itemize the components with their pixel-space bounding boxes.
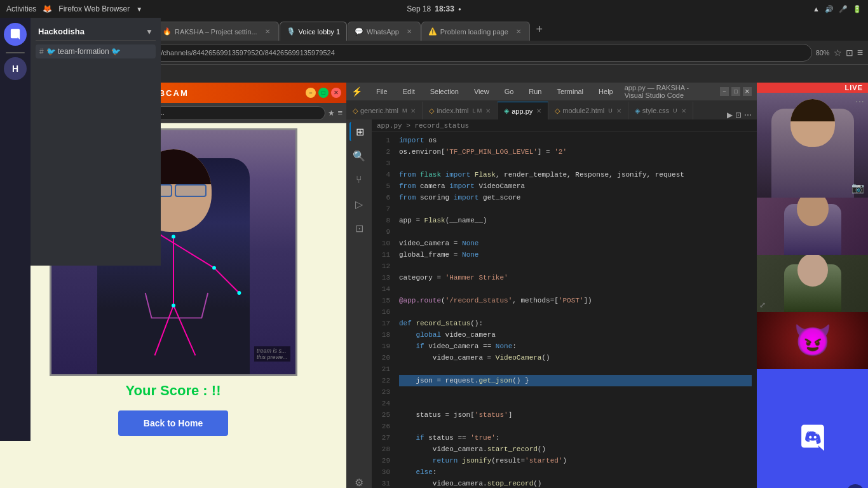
dot-icon: ● [458, 6, 461, 12]
menu-edit[interactable]: Edit [399, 86, 419, 97]
menu-help[interactable]: Help [595, 86, 617, 97]
search-icon[interactable]: 🔍 [349, 146, 369, 165]
stream-info-label: tream is s... this previe... [254, 346, 290, 362]
tab-x-3[interactable]: ✕ [536, 107, 541, 114]
webcam-minimize-button[interactable]: − [306, 88, 316, 98]
mute-button[interactable]: 🔇 [846, 484, 864, 488]
extensions-icon[interactable]: ⊡ [349, 219, 369, 238]
svg-line-10 [173, 306, 195, 356]
discord-mute-area: 🔇 [846, 484, 864, 488]
tab-label-generic: generic.html [360, 107, 398, 114]
menu-run[interactable]: Run [525, 86, 545, 97]
line-numbers: 12345 678910 1112131415 1617181920 21222… [372, 132, 394, 488]
vscode-menubar: ⚡ File Edit Selection View Go Run Termin… [346, 83, 757, 100]
menu-file[interactable]: File [372, 86, 391, 97]
activities-btn[interactable]: Activities [6, 4, 36, 13]
vscode-maximize[interactable]: □ [731, 87, 740, 96]
menu-selection[interactable]: Selection [426, 86, 463, 97]
debug-icon[interactable]: ▷ [349, 194, 369, 214]
tab-index-html[interactable]: ◇ index.html L M ✕ [423, 102, 498, 119]
bookmark-icon[interactable]: ☆ [834, 48, 842, 58]
menu-icon[interactable]: ≡ [857, 47, 863, 58]
more-actions-icon[interactable]: ⋯ [744, 111, 752, 119]
explorer-icon[interactable]: ⊞ [349, 122, 369, 141]
vscode-editor: ⊞ 🔍 ⑂ ▷ ⊡ ⚙ app.py > record_status 12345 [346, 119, 757, 488]
discord-channel-panel: Hackodisha ▼ # 🐦 team-formation 🐦 [31, 18, 161, 266]
tab-generic-html[interactable]: ◇ generic.html M ✕ [346, 102, 423, 119]
browser-name-label: Firefox Web Browser [58, 4, 130, 13]
webcam-maximize-button[interactable]: □ [318, 88, 329, 98]
tab-label-3: Voice lobby 1 [299, 28, 340, 36]
emoji-avatar: 😈 [794, 323, 832, 358]
server-name: Hackodisha [38, 27, 85, 36]
vscode-close[interactable]: ✕ [743, 87, 752, 96]
code-content[interactable]: import os os.environ['TF_CPP_MIN_LOG_LEV… [394, 132, 757, 488]
os-topbar: Activities 🦊 Firefox Web Browser ▼ Sep 1… [0, 0, 868, 18]
tab-x-4[interactable]: ✕ [616, 107, 621, 114]
discord-channel-item[interactable]: # 🐦 team-formation 🐦 [36, 44, 156, 58]
tab-app-py[interactable]: ◈ app.py ✕ [498, 102, 548, 119]
back-to-home-button[interactable]: Back to Home [118, 410, 228, 436]
tab-x-5[interactable]: ✕ [681, 107, 686, 114]
tab-favicon-5: ⚠️ [428, 27, 437, 36]
tab-voicelobby[interactable]: 🎙️ Voice lobby 1 [280, 22, 347, 41]
tab-badge-2: L M [473, 107, 482, 114]
webcam-menu-icon[interactable]: ≡ [337, 108, 342, 118]
menu-go[interactable]: Go [501, 86, 518, 97]
chevron-down-icon: ▼ [136, 6, 142, 13]
tab-favicon-2: 🔥 [163, 27, 172, 36]
breadcrumb: app.py > record_status [372, 119, 757, 132]
server-h-icon[interactable]: H [4, 57, 27, 80]
tab-label-index: index.html [437, 107, 468, 114]
vscode-window-title: app.py — RAKSHA - Visual Studio Code [625, 84, 707, 99]
discord-home-icon[interactable] [4, 23, 27, 46]
webcam-close-button-2[interactable]: ✕ [331, 88, 341, 98]
battery-icon[interactable]: 🔋 [853, 5, 862, 13]
tab-module2-html[interactable]: ◇ module2.html U ✕ [548, 102, 628, 119]
tab-badge-1: M [402, 107, 407, 114]
tab-problem[interactable]: ⚠️ Problem loading page ✕ [421, 22, 530, 41]
python-icon: ◈ [504, 107, 509, 115]
svg-line-8 [214, 268, 239, 293]
vscode-panel: ⚡ File Edit Selection View Go Run Termin… [346, 83, 757, 488]
menu-terminal[interactable]: Terminal [553, 86, 588, 97]
tab-label-app: app.py [512, 107, 532, 115]
run-icon[interactable]: ▶ [727, 111, 733, 119]
server-chevron[interactable]: ▼ [146, 27, 153, 36]
tab-close-5[interactable]: ✕ [514, 27, 523, 36]
discord-panel: LIVE 📷 ⋯ [757, 83, 868, 488]
tab-close-4[interactable]: ✕ [405, 27, 414, 36]
tab-x-2[interactable]: ✕ [485, 107, 491, 114]
address-bar[interactable]: 🔒 https://discord.com/channels/844265699… [81, 44, 812, 62]
sidebar-divider [6, 52, 25, 53]
volume-icon[interactable]: 🔊 [825, 5, 834, 13]
tab-close-2[interactable]: ✕ [263, 27, 272, 36]
split-editor-icon[interactable]: ⊡ [735, 111, 742, 119]
discord-video-tile-1 [757, 198, 868, 255]
vscode-tabs: ◇ generic.html M ✕ ◇ index.html L M ✕ ◈ … [346, 100, 757, 119]
settings-icon[interactable]: ⚙ [349, 473, 369, 488]
new-tab-button[interactable]: + [531, 20, 548, 38]
menu-view[interactable]: View [470, 86, 493, 97]
expand-icon[interactable]: ⤢ [759, 301, 766, 309]
discord-video-tile-2: ⤢ [757, 255, 868, 312]
camera-icon[interactable]: 📷 [851, 182, 864, 194]
tab-raksha[interactable]: 🔥 RAKSHA – Project settin... ✕ [156, 22, 279, 41]
html-icon-3: ◇ [555, 107, 560, 115]
vscode-minimize[interactable]: − [720, 87, 729, 96]
svg-point-14 [212, 266, 216, 270]
reader-view-icon[interactable]: ⊡ [846, 48, 853, 58]
mic-icon[interactable]: 🎤 [839, 5, 848, 13]
tab-x-1[interactable]: ✕ [410, 107, 416, 114]
code-area[interactable]: app.py > record_status 12345 678910 1112… [372, 119, 757, 488]
tab-label-module2: module2.html [562, 107, 604, 114]
wifi-icon[interactable]: ▲ [813, 5, 820, 13]
tab-style-css[interactable]: ◈ style.css U ✕ [628, 102, 693, 119]
url-text: https://discord.com/channels/84426569913… [102, 49, 804, 57]
css-icon: ◈ [635, 107, 640, 115]
webcam-star-icon[interactable]: ★ [328, 109, 335, 118]
discord-main-video-tile: 📷 ⋯ [757, 93, 868, 198]
git-icon[interactable]: ⑂ [349, 170, 369, 189]
tab-whatsapp[interactable]: 💬 WhatsApp ✕ [348, 22, 421, 41]
more-options-icon[interactable]: ⋯ [855, 97, 864, 107]
